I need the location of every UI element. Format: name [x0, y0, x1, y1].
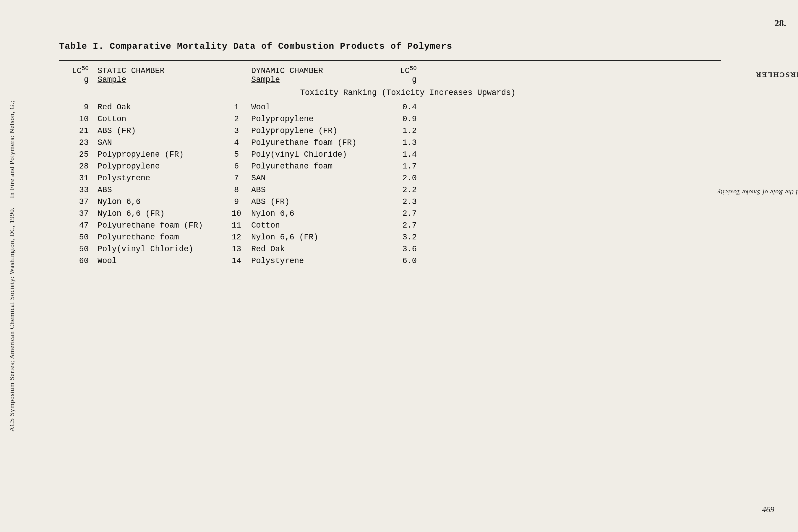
- author-name: HIRSCHLER: [755, 71, 798, 79]
- cell-static: ABS (FR): [95, 127, 225, 135]
- cell-dynamic: Nylon 6,6: [248, 209, 384, 218]
- cell-dynamic: ABS: [248, 186, 384, 194]
- dynamic-sample-label: Sample: [251, 75, 384, 84]
- page-number: 469: [762, 505, 774, 514]
- cell-lc-left: 31: [59, 174, 95, 183]
- cell-rank: 13: [225, 245, 248, 253]
- cell-lc-left: 28: [59, 162, 95, 171]
- cell-rank: 8: [225, 186, 248, 194]
- toxicity-ranking-text: Toxicity Ranking (Toxicity Increases Upw…: [300, 88, 515, 97]
- cell-dynamic: Wool: [248, 103, 384, 112]
- cell-lc-right: 2.3: [384, 197, 420, 206]
- cell-lc-right: 0.9: [384, 115, 420, 124]
- table-row: 21 ABS (FR) 3 Polypropylene (FR) 1.2: [59, 125, 721, 137]
- cell-rank: 1: [225, 103, 248, 112]
- cell-lc-right: 1.2: [384, 127, 420, 135]
- table-row: 9 Red Oak 1 Wool 0.4: [59, 101, 721, 113]
- cell-dynamic: Nylon 6,6 (FR): [248, 233, 384, 242]
- cell-static: Polystyrene: [95, 174, 225, 183]
- cell-dynamic: Polypropylene: [248, 115, 384, 124]
- cell-dynamic: Polypropylene (FR): [248, 127, 384, 135]
- table-row: 33 ABS 8 ABS 2.2: [59, 184, 721, 196]
- table-row: 31 Polystyrene 7 SAN 2.0: [59, 172, 721, 184]
- cell-dynamic: Polystyrene: [248, 256, 384, 265]
- table-row: 50 Polyurethane foam 12 Nylon 6,6 (FR) 3…: [59, 231, 721, 243]
- cell-static: Polypropylene (FR): [95, 150, 225, 159]
- cell-lc-left: 47: [59, 221, 95, 230]
- cell-static: Polyurethane foam: [95, 233, 225, 242]
- static-header: STATIC CHAMBER Sample: [95, 66, 225, 84]
- cell-static: Nylon 6,6: [95, 197, 225, 206]
- table-row: 28 Polypropylene 6 Polyurethane foam 1.7: [59, 160, 721, 172]
- cell-rank: 14: [225, 256, 248, 265]
- cell-dynamic: Red Oak: [248, 245, 384, 253]
- static-chamber-label: STATIC CHAMBER: [97, 66, 225, 75]
- cell-static: Nylon 6,6 (FR): [95, 209, 225, 218]
- cell-static: SAN: [95, 138, 225, 147]
- data-rows: 9 Red Oak 1 Wool 0.4 10 Cotton 2 Polypro…: [59, 101, 721, 267]
- dynamic-chamber-label: DYNAMIC CHAMBER: [251, 66, 384, 75]
- right-margin: 28. HIRSCHLER Fire Hazard and the Role o…: [762, 0, 798, 532]
- cell-lc-left: 60: [59, 256, 95, 265]
- cell-lc-right: 2.7: [384, 221, 420, 230]
- chapter-number: 28.: [774, 18, 786, 28]
- cell-rank: 6: [225, 162, 248, 171]
- cell-lc-right: 0.4: [384, 103, 420, 112]
- cell-lc-left: 37: [59, 197, 95, 206]
- lc50-label-left: LC50: [72, 66, 89, 75]
- cell-rank: 11: [225, 221, 248, 230]
- table-row: 37 Nylon 6,6 (FR) 10 Nylon 6,6 2.7: [59, 208, 721, 220]
- cell-rank: 4: [225, 138, 248, 147]
- cell-lc-right: 1.7: [384, 162, 420, 171]
- table-row: 47 Polyurethane foam (FR) 11 Cotton 2.7: [59, 220, 721, 231]
- dynamic-header: DYNAMIC CHAMBER Sample: [248, 66, 384, 84]
- table-row: 23 SAN 4 Polyurethane foam (FR) 1.3: [59, 137, 721, 149]
- cell-lc-right: 1.3: [384, 138, 420, 147]
- table-row: 10 Cotton 2 Polypropylene 0.9: [59, 113, 721, 125]
- cell-static: Polypropylene: [95, 162, 225, 171]
- cell-lc-right: 2.2: [384, 186, 420, 194]
- lc-subscript-right: 50: [410, 65, 417, 72]
- rank-header: [225, 66, 248, 84]
- cell-lc-right: 3.6: [384, 245, 420, 253]
- cell-rank: 9: [225, 197, 248, 206]
- cell-lc-right: 6.0: [384, 256, 420, 265]
- cell-static: Wool: [95, 256, 225, 265]
- cell-dynamic: ABS (FR): [248, 197, 384, 206]
- cell-rank: 3: [225, 127, 248, 135]
- cell-dynamic: Polyurethane foam: [248, 162, 384, 171]
- cell-rank: 12: [225, 233, 248, 242]
- cell-rank: 7: [225, 174, 248, 183]
- lc50-label-right: LC50: [400, 66, 417, 75]
- table-row: 25 Polypropylene (FR) 5 Poly(vinyl Chlor…: [59, 149, 721, 160]
- table-row: 50 Poly(vinyl Chloride) 13 Red Oak 3.6: [59, 243, 721, 255]
- left-margin: In Fire and Polymers: Nelson, G.; ACS Sy…: [0, 0, 24, 532]
- cell-static: Cotton: [95, 115, 225, 124]
- header-row: LC50 g STATIC CHAMBER Sample DYNAMIC CHA…: [59, 61, 721, 87]
- cell-lc-left: 37: [59, 209, 95, 218]
- cell-rank: 2: [225, 115, 248, 124]
- lc50-unit-left: g: [84, 75, 89, 84]
- cell-lc-left: 21: [59, 127, 95, 135]
- left-publisher-text: ACS Symposium Series; American Chemical …: [8, 207, 16, 432]
- page: In Fire and Polymers: Nelson, G.; ACS Sy…: [0, 0, 798, 532]
- table-row: 60 Wool 14 Polystyrene 6.0: [59, 255, 721, 267]
- cell-lc-right: 2.7: [384, 209, 420, 218]
- cell-static: Polyurethane foam (FR): [95, 221, 225, 230]
- cell-static: ABS: [95, 186, 225, 194]
- cell-lc-left: 9: [59, 103, 95, 112]
- cell-lc-left: 25: [59, 150, 95, 159]
- lc50-unit-right: g: [412, 75, 417, 84]
- cell-dynamic: Cotton: [248, 221, 384, 230]
- cell-static: Red Oak: [95, 103, 225, 112]
- cell-dynamic: Poly(vinyl Chloride): [248, 150, 384, 159]
- left-series-text: In Fire and Polymers: Nelson, G.;: [8, 100, 16, 198]
- cell-lc-right: 1.4: [384, 150, 420, 159]
- cell-lc-left: 10: [59, 115, 95, 124]
- cell-dynamic: Polyurethane foam (FR): [248, 138, 384, 147]
- cell-lc-right: 2.0: [384, 174, 420, 183]
- table-row: 37 Nylon 6,6 9 ABS (FR) 2.3: [59, 196, 721, 208]
- cell-dynamic: SAN: [248, 174, 384, 183]
- cell-rank: 5: [225, 150, 248, 159]
- cell-rank: 10: [225, 209, 248, 218]
